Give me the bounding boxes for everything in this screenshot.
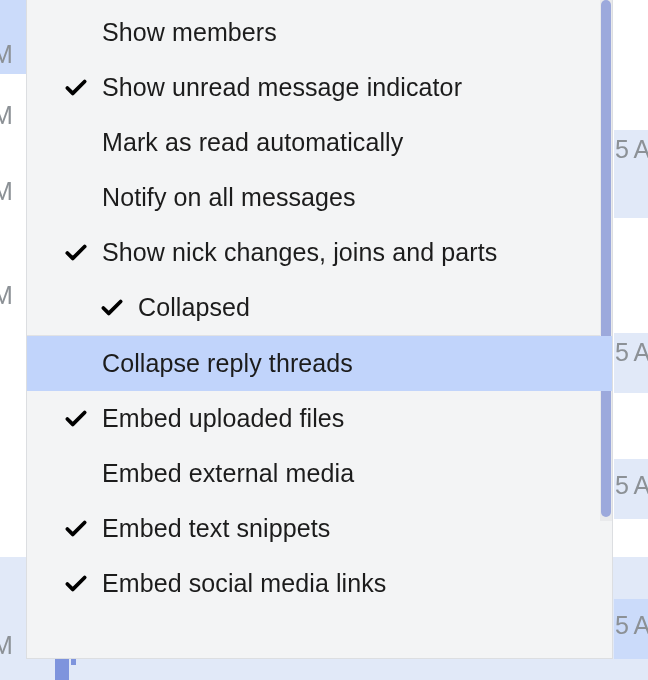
timestamp-fragment: M [0,281,12,310]
menu-item-list: Show membersShow unread message indicato… [27,0,612,611]
menu-item-embed-uploaded-files[interactable]: Embed uploaded files [27,391,612,446]
menu-item-show-nick-changes[interactable]: Show nick changes, joins and parts [27,225,612,280]
menu-item-label: Collapsed [138,293,250,322]
menu-item-label: Show unread message indicator [102,73,462,102]
menu-item-label: Collapse reply threads [102,349,353,378]
timestamp-fragment: M [0,40,12,69]
menu-item-label: Show members [102,18,277,47]
menu-item-show-unread-indicator[interactable]: Show unread message indicator [27,60,612,115]
menu-item-label: Show nick changes, joins and parts [102,238,497,267]
menu-item-label: Embed text snippets [102,514,330,543]
settings-dropdown-menu: Show membersShow unread message indicato… [26,0,613,659]
menu-item-label: Embed external media [102,459,354,488]
menu-item-label: Embed social media links [102,569,386,598]
menu-item-mark-as-read-auto[interactable]: Mark as read automatically [27,115,612,170]
menu-item-label: Mark as read automatically [102,128,403,157]
timestamp-fragment: M [0,101,12,130]
screenshot-root: M M M M M 5 A 5 A 5 A 5 A Show membersSh… [0,0,648,680]
check-icon [63,240,89,266]
menu-item-label: Embed uploaded files [102,404,344,433]
menu-item-show-members[interactable]: Show members [27,5,612,60]
menu-subitem-collapsed[interactable]: Collapsed [27,280,612,335]
timestamp-fragment: M [0,631,12,660]
menu-item-embed-text-snippets[interactable]: Embed text snippets [27,501,612,556]
timestamp-fragment: 5 A [615,471,648,500]
check-icon [99,295,125,321]
timestamp-fragment: M [0,177,12,206]
check-icon [63,516,89,542]
decorative-bit [71,659,76,665]
menu-item-collapse-reply-threads[interactable]: Collapse reply threads [27,336,612,391]
decorative-bit [55,659,69,680]
timestamp-fragment: 5 A [615,135,648,164]
menu-item-label: Notify on all messages [102,183,356,212]
timestamp-fragment: 5 A [615,611,648,640]
check-icon [63,406,89,432]
check-icon [63,75,89,101]
menu-item-notify-all-messages[interactable]: Notify on all messages [27,170,612,225]
timestamp-fragment: 5 A [615,338,648,367]
check-icon [63,571,89,597]
menu-item-embed-external-media[interactable]: Embed external media [27,446,612,501]
menu-item-embed-social-media[interactable]: Embed social media links [27,556,612,611]
